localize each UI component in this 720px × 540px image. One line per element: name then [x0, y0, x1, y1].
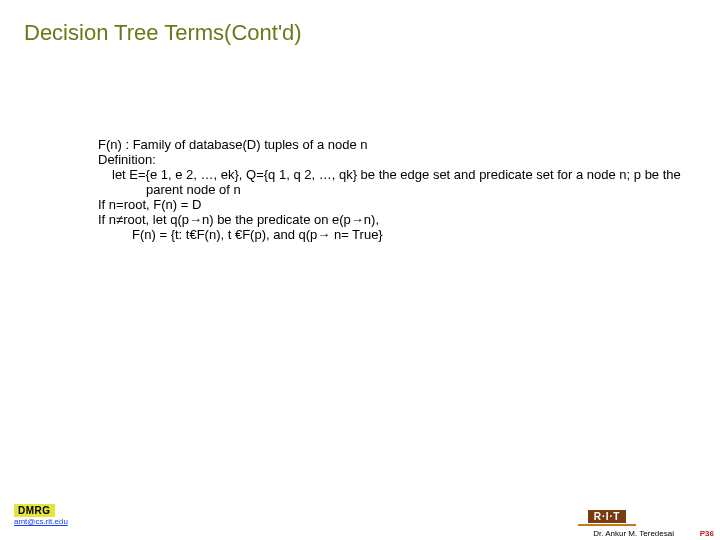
- dmrg-block: DMRG amt@cs.rit.edu: [14, 504, 68, 526]
- slide: Decision Tree Terms(Cont'd) F(n) : Famil…: [0, 0, 720, 540]
- body-line-4: If n=root, F(n) = D: [98, 198, 688, 213]
- footer: DMRG amt@cs.rit.edu R·I·T Dr. Ankur M. T…: [0, 506, 720, 540]
- body-line-3: let E={e 1, e 2, …, ek}, Q={q 1, q 2, …,…: [98, 168, 688, 198]
- body-line-6: F(n) = {t: t€F(n), t €F(p), and q(p→ n= …: [98, 228, 688, 243]
- rit-logo: R·I·T: [588, 510, 627, 523]
- body-line-1: F(n) : Family of database(D) tuples of a…: [98, 138, 688, 153]
- slide-title: Decision Tree Terms(Cont'd): [24, 20, 302, 46]
- dmrg-email-link[interactable]: amt@cs.rit.edu: [14, 517, 68, 526]
- body-line-2: Definition:: [98, 153, 688, 168]
- rit-block: R·I·T: [578, 510, 636, 526]
- author-name: Dr. Ankur M. Teredesai: [593, 529, 674, 538]
- page-number: P36: [700, 529, 714, 538]
- rit-underline: [578, 524, 636, 526]
- body-line-5: If n≠root, let q(p→n) be the predicate o…: [98, 213, 688, 228]
- dmrg-logo: DMRG: [14, 504, 55, 517]
- slide-body: F(n) : Family of database(D) tuples of a…: [98, 138, 688, 243]
